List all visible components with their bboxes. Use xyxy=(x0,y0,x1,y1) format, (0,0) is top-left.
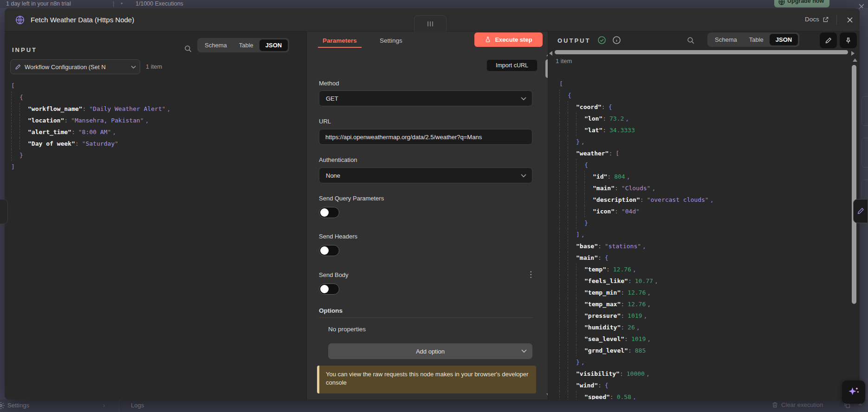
clear-execution-label: Clear execution xyxy=(781,401,823,408)
output-search-icon[interactable] xyxy=(687,36,695,45)
edit-output-button[interactable] xyxy=(820,32,837,48)
input-json-view[interactable]: [{"workflow_name":"Daily Weather Alert",… xyxy=(11,80,302,399)
input-search-icon[interactable] xyxy=(184,45,192,53)
json-line: "temp_min":12.76, xyxy=(559,287,848,298)
json-line: "id":804, xyxy=(559,171,848,182)
canvas-card xyxy=(862,96,868,126)
output-hscrollbar-thumb[interactable] xyxy=(555,50,848,54)
url-input[interactable] xyxy=(319,129,532,145)
input-items-count: 1 item xyxy=(146,63,162,70)
json-line: "Day of week":"Saturday" xyxy=(11,138,302,149)
output-scrollbar-thumb[interactable] xyxy=(852,65,856,304)
parameters-panel: Parameters Settings Execute step Import … xyxy=(307,32,552,399)
json-line: "icon":"04d" xyxy=(559,206,848,217)
header-divider xyxy=(836,15,837,25)
source-selector-label: Workflow Configuration (Set N xyxy=(25,64,106,71)
method-select[interactable]: GET xyxy=(319,90,532,106)
sparkle-icon xyxy=(847,385,861,399)
json-line: "location":"Mansehra, Pakistan", xyxy=(11,115,302,126)
json-line: "temp":12.76, xyxy=(559,264,848,275)
json-line: "temp_max":12.76, xyxy=(559,298,848,310)
tab-settings[interactable]: Settings xyxy=(380,37,402,44)
toggle-knob xyxy=(320,208,329,217)
output-items-count: 1 item xyxy=(556,58,572,64)
raw-requests-notice: You can view the raw requests this node … xyxy=(317,366,536,393)
banner-separator: | xyxy=(113,0,114,7)
method-value: GET xyxy=(326,95,338,102)
banner-dot: • xyxy=(121,0,123,7)
json-line: { xyxy=(559,159,848,171)
json-line: "feels_like":10.77, xyxy=(559,275,848,287)
json-line: "lat":34.3333 xyxy=(559,124,848,136)
pin-data-button[interactable] xyxy=(840,32,857,48)
json-line: "main":{ xyxy=(559,252,848,264)
json-line: [ xyxy=(11,80,302,91)
send-body-label: Send Body xyxy=(319,271,349,278)
info-icon[interactable] xyxy=(612,36,621,45)
footer-logs-tab[interactable]: Logs xyxy=(131,402,144,409)
authentication-select[interactable]: None xyxy=(319,167,532,183)
send-query-label: Send Query Parameters xyxy=(319,195,384,202)
json-line: "sea_level":1019, xyxy=(559,333,848,345)
trash-icon xyxy=(771,401,778,408)
output-tab-json[interactable]: JSON xyxy=(770,34,798,45)
hscroll-right-arrow[interactable] xyxy=(851,51,855,56)
input-tab-schema[interactable]: Schema xyxy=(199,39,233,51)
json-line: [ xyxy=(559,78,848,90)
output-json-view[interactable]: [{"coord":{"lon":73.2,"lat":34.3333},"we… xyxy=(559,78,848,399)
import-curl-button[interactable]: Import cURL xyxy=(486,59,538,71)
output-tab-schema[interactable]: Schema xyxy=(709,34,743,45)
hscroll-left-arrow[interactable] xyxy=(549,51,552,56)
authentication-label: Authentication xyxy=(319,156,357,163)
url-label: URL xyxy=(319,118,331,125)
trial-banner: 1 day left in your n8n trial | • 1/1000 … xyxy=(0,0,868,8)
close-icon[interactable] xyxy=(846,16,854,24)
success-check-icon xyxy=(597,36,606,45)
panel-drag-handle[interactable] xyxy=(414,15,447,32)
send-query-toggle[interactable] xyxy=(319,207,339,218)
edit-flyout-tab[interactable] xyxy=(853,199,868,223)
no-properties-text: No properties xyxy=(328,326,366,333)
gear-icon[interactable] xyxy=(0,401,5,410)
send-body-toggle[interactable] xyxy=(319,283,339,295)
chevron-down-icon xyxy=(131,65,136,69)
kebab-menu-icon[interactable]: ⋮ xyxy=(527,271,535,278)
ai-assistant-button[interactable] xyxy=(842,380,865,404)
output-panel: OUTPUT Schema Table JSON 1 item [{"coord… xyxy=(548,32,860,399)
input-source-selector[interactable]: Workflow Configuration (Set N xyxy=(10,59,140,74)
json-line: "visibility":10000, xyxy=(559,368,848,380)
input-flyout-tab[interactable] xyxy=(0,199,8,224)
upgrade-now-button[interactable]: Upgrade now xyxy=(774,0,829,7)
node-detail-modal: Fetch Weather Data (Https Node) Docs INP… xyxy=(5,8,860,399)
json-line: ] xyxy=(11,161,302,173)
footer-settings[interactable]: Settings xyxy=(7,402,29,409)
json-line: "workflow_name":"Daily Weather Alert", xyxy=(11,103,302,115)
output-tab-table[interactable]: Table xyxy=(743,34,770,45)
canvas-card xyxy=(862,138,868,167)
docs-link[interactable]: Docs xyxy=(805,16,829,23)
input-tab-table[interactable]: Table xyxy=(233,39,259,51)
toggle-knob xyxy=(320,246,329,255)
chevron-right-icon[interactable]: › xyxy=(103,402,105,409)
execute-step-button[interactable]: Execute step xyxy=(474,32,543,47)
input-tab-json[interactable]: JSON xyxy=(259,39,288,51)
json-line: "alert_time":"8:00 AM", xyxy=(11,126,302,138)
authentication-value: None xyxy=(326,172,340,179)
options-divider xyxy=(319,317,532,318)
add-option-select[interactable]: Add option xyxy=(328,343,532,359)
method-label: Method xyxy=(319,80,339,87)
json-line: "grnd_level":885 xyxy=(559,345,848,356)
json-line: "weather":[ xyxy=(559,148,848,159)
json-line: "lon":73.2, xyxy=(559,113,848,124)
output-title: OUTPUT xyxy=(557,37,590,44)
send-headers-toggle[interactable] xyxy=(319,245,339,256)
flask-icon xyxy=(485,36,491,43)
node-title: Fetch Weather Data (Https Node) xyxy=(31,16,134,24)
json-line: } xyxy=(559,217,848,229)
pencil-icon xyxy=(15,64,21,70)
clear-execution-button[interactable]: Clear execution xyxy=(771,401,823,408)
scroll-up-arrow[interactable] xyxy=(853,58,857,62)
json-line: "pressure":1019, xyxy=(559,310,848,322)
tab-parameters[interactable]: Parameters xyxy=(323,37,357,44)
chevron-down-icon xyxy=(521,97,526,101)
